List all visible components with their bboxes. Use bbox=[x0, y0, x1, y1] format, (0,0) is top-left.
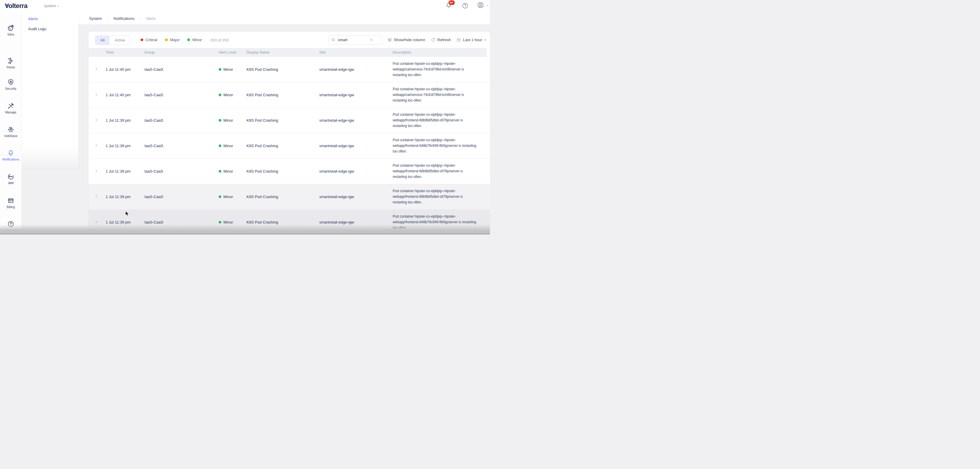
notifications-bell-button[interactable]: 9+ bbox=[445, 2, 454, 11]
tab-active[interactable]: Active bbox=[110, 36, 130, 45]
sidebar-item-security[interactable]: Security bbox=[0, 78, 22, 90]
minor-dot-icon bbox=[187, 38, 190, 41]
sidebar-item-notifications[interactable]: Notifications bbox=[0, 149, 22, 161]
notification-count-badge: 9+ bbox=[449, 0, 455, 5]
col-description: Description bbox=[393, 50, 487, 54]
cell-alert-level: Minor bbox=[219, 169, 247, 174]
subnav-item-audit-logs[interactable]: Audit Logs bbox=[28, 27, 46, 31]
account-menu-button[interactable] bbox=[477, 2, 486, 10]
cell-group: IaaS-CaaS bbox=[145, 67, 219, 72]
legend-label: Critical bbox=[146, 38, 158, 42]
expand-chevron-icon[interactable] bbox=[89, 144, 106, 148]
secondary-sidebar: Alerts Audit Logs bbox=[22, 13, 78, 169]
cell-time: 1 Jul 11:39 pm bbox=[106, 118, 145, 123]
sidebar-item-label: Security bbox=[0, 87, 22, 90]
cell-display-name: K8S Pod Crashing bbox=[247, 195, 319, 199]
help-icon bbox=[461, 2, 469, 9]
cell-time: 1 Jul 11:39 pm bbox=[106, 220, 145, 225]
search-box[interactable]: ✕ bbox=[328, 35, 382, 45]
col-group: Group bbox=[145, 50, 219, 54]
manage-tools-icon bbox=[7, 102, 14, 110]
show-hide-column-button[interactable]: Show/hide column bbox=[387, 38, 425, 42]
sidebar-item-voltshare[interactable]: VoltShare bbox=[0, 126, 22, 138]
cell-description: Pod container hipster-co-xijddjxp--hipst… bbox=[393, 137, 490, 154]
expand-chevron-icon[interactable] bbox=[89, 169, 106, 174]
breadcrumb: System › Notifications › Alerts bbox=[89, 16, 156, 21]
result-count: 203 of 203 bbox=[210, 38, 228, 42]
sidebar-item-support[interactable]: Support bbox=[0, 220, 22, 232]
expand-chevron-icon[interactable] bbox=[89, 118, 106, 123]
cell-group: IaaS-CaaS bbox=[145, 144, 219, 148]
logo-triangle-icon bbox=[5, 4, 9, 7]
sidebar-item-manage[interactable]: Manage bbox=[0, 102, 22, 114]
cell-site: smartretail-edge-igw bbox=[319, 93, 393, 97]
major-dot-icon bbox=[165, 38, 168, 41]
tab-all[interactable]: All bbox=[95, 36, 110, 45]
breadcrumb-system[interactable]: System bbox=[89, 16, 102, 21]
breadcrumb-separator-icon: › bbox=[107, 17, 108, 21]
billing-card-icon bbox=[7, 197, 14, 204]
cell-time: 1 Jul 11:39 pm bbox=[106, 144, 145, 148]
cell-time: 1 Jul 11:39 pm bbox=[106, 195, 145, 199]
cell-description: Pod container hipster-co-xijddjxp--hipst… bbox=[393, 188, 490, 205]
table-row[interactable]: 1 Jul 11:40 pm IaaS-CaaS Minor K8S Pod C… bbox=[89, 57, 490, 82]
col-display-name: Display Name bbox=[247, 50, 319, 54]
tenant-name: system bbox=[44, 3, 56, 8]
sidebar-item-sites[interactable]: Sites bbox=[0, 24, 22, 36]
table-row[interactable]: 1 Jul 11:39 pm IaaS-CaaS Minor K8S Pod C… bbox=[89, 158, 490, 184]
sidebar-item-billing[interactable]: Billing bbox=[0, 197, 22, 209]
cell-group: IaaS-CaaS bbox=[145, 169, 219, 174]
minor-dot-icon bbox=[219, 195, 221, 198]
time-range-label: Last 1 hour bbox=[463, 38, 482, 42]
cell-description: Pod container hipster-co-xijddjxp--hipst… bbox=[393, 61, 490, 78]
table-row[interactable]: 1 Jul 11:39 pm IaaS-CaaS Minor K8S Pod C… bbox=[89, 209, 490, 234]
help-button[interactable] bbox=[461, 2, 471, 11]
search-input[interactable] bbox=[337, 37, 368, 42]
legend-label: Minor bbox=[192, 38, 202, 42]
breadcrumb-alerts: Alerts bbox=[146, 16, 156, 21]
table-row[interactable]: 1 Jul 11:39 pm IaaS-CaaS Minor K8S Pod C… bbox=[89, 184, 490, 209]
legend-critical: Critical bbox=[140, 38, 158, 42]
sidebar-item-fleets[interactable]: Fleets bbox=[0, 57, 22, 69]
minor-dot-icon bbox=[219, 94, 221, 96]
cell-alert-level: Minor bbox=[219, 144, 247, 148]
table-row[interactable]: 1 Jul 11:40 pm IaaS-CaaS Minor K8S Pod C… bbox=[89, 82, 490, 107]
cell-time: 1 Jul 11:40 pm bbox=[106, 67, 145, 72]
expand-chevron-icon[interactable] bbox=[89, 195, 106, 199]
breadcrumb-separator-icon: › bbox=[140, 17, 141, 21]
cell-site: smartretail-edge-igw bbox=[319, 195, 393, 199]
minor-dot-icon bbox=[219, 119, 221, 122]
sidebar-item-iam[interactable]: IAM bbox=[0, 173, 22, 185]
cell-alert-level: Minor bbox=[219, 93, 247, 97]
expand-chevron-icon[interactable] bbox=[89, 220, 106, 225]
expand-chevron-icon[interactable] bbox=[89, 67, 106, 72]
security-shield-icon bbox=[7, 78, 14, 86]
legend-label: Major bbox=[170, 38, 180, 42]
cell-time: 1 Jul 11:39 pm bbox=[106, 169, 145, 174]
table-row[interactable]: 1 Jul 11:39 pm IaaS-CaaS Minor K8S Pod C… bbox=[89, 107, 490, 133]
sidebar-item-label: IAM bbox=[0, 181, 22, 185]
alerts-toolbar: All Active Critical Major Minor 203 of 2… bbox=[89, 32, 490, 48]
critical-dot-icon bbox=[140, 38, 143, 41]
sites-globe-icon bbox=[7, 24, 14, 32]
minor-dot-icon bbox=[219, 170, 221, 172]
cell-description: Pod container hipster-co-xijddjxp--hipst… bbox=[393, 112, 490, 129]
table-row[interactable]: 1 Jul 11:39 pm IaaS-CaaS Minor K8S Pod C… bbox=[89, 133, 490, 158]
volterra-logo: Volterra bbox=[5, 2, 27, 10]
cell-display-name: K8S Pod Crashing bbox=[247, 93, 319, 97]
cell-display-name: K8S Pod Crashing bbox=[247, 118, 319, 123]
sidebar-item-label: Notifications bbox=[0, 158, 22, 161]
clock-icon bbox=[456, 38, 461, 42]
expand-chevron-icon[interactable] bbox=[89, 93, 106, 97]
minor-dot-icon bbox=[219, 68, 221, 71]
clear-search-icon[interactable]: ✕ bbox=[370, 38, 373, 42]
breadcrumb-notifications[interactable]: Notifications bbox=[114, 16, 135, 21]
cell-site: smartretail-edge-igw bbox=[319, 169, 393, 174]
tenant-selector[interactable]: system▾ bbox=[44, 3, 59, 8]
table-header: Time Group Alert Level Display Name Site… bbox=[89, 48, 487, 57]
time-range-selector[interactable]: Last 1 hour ▾ bbox=[456, 38, 486, 42]
cell-group: IaaS-CaaS bbox=[145, 195, 219, 199]
toolbar-actions: ✕ Show/hide column Refresh Last 1 hour ▾ bbox=[328, 32, 486, 48]
refresh-button[interactable]: Refresh bbox=[431, 38, 451, 42]
subnav-item-alerts[interactable]: Alerts bbox=[28, 17, 38, 21]
